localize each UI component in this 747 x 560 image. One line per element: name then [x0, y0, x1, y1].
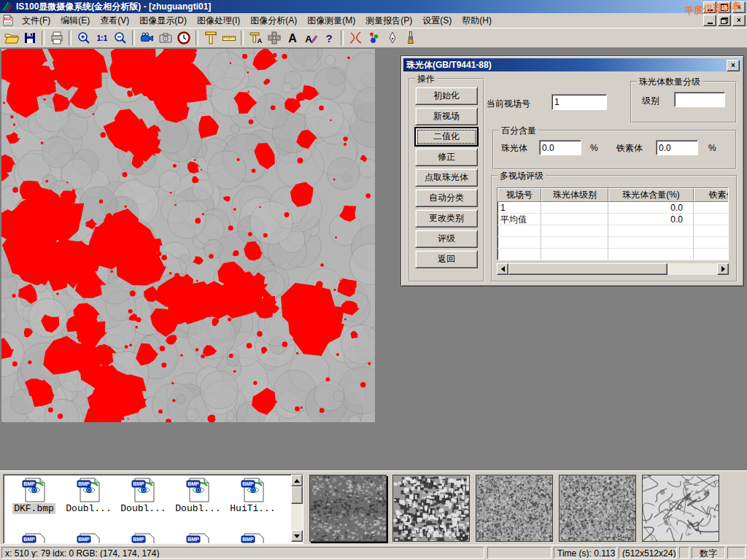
grade-input[interactable] — [674, 92, 725, 107]
file-name[interactable]: DKF.bmp — [12, 503, 55, 514]
scroll-left-button[interactable] — [497, 263, 508, 275]
svg-text:BMP: BMP — [133, 481, 144, 486]
table-horizontal-scrollbar[interactable] — [497, 263, 729, 275]
ferrite-percent-input[interactable] — [656, 140, 698, 155]
menu-item-settings[interactable]: 设置(S) — [417, 13, 457, 28]
file-name[interactable]: HuiTi... — [228, 503, 276, 514]
capture-button[interactable] — [156, 29, 174, 47]
close-button[interactable]: × — [732, 1, 746, 13]
current-field-input[interactable] — [551, 94, 607, 110]
menu-item-help[interactable]: 帮助(H) — [457, 13, 497, 28]
help-button[interactable]: ? — [320, 29, 338, 47]
op-binarize-button[interactable]: 二值化 — [415, 128, 478, 146]
thumbnail-image-3[interactable] — [476, 475, 553, 542]
op-initialize-button[interactable]: 初始化 — [415, 87, 478, 105]
scrollbar-thumb[interactable] — [508, 263, 667, 275]
menu-item-edit[interactable]: 编辑(E) — [55, 13, 95, 28]
svg-text:BMP: BMP — [242, 537, 254, 542]
annotate-button[interactable]: A — [301, 29, 320, 47]
print-button[interactable] — [47, 29, 66, 47]
timer-button[interactable] — [174, 29, 193, 47]
dialog-title-bar[interactable]: 珠光体(GB/T9441-88) × — [403, 58, 741, 71]
status-coordinates: x: 510 y: 79 idx: 0 RGB: (174, 174, 174) — [1, 547, 484, 559]
op-return-button[interactable]: 返回 — [415, 250, 478, 268]
title-bar: IS100显微摄像系统(金相分析版) - [zhuguangti01] × — [0, 0, 747, 13]
menu-item-file[interactable]: 文件(F) — [17, 13, 55, 28]
file-list-scrollbar[interactable] — [291, 475, 303, 542]
scroll-up-button[interactable] — [291, 475, 303, 486]
menu-item-image-processing[interactable]: 图像处理(I) — [192, 13, 245, 28]
table-row: 平均值 0.0 — [498, 214, 729, 225]
zoom-out-button[interactable] — [111, 29, 129, 47]
file-item[interactable]: BMP — [171, 533, 225, 544]
file-item[interactable]: BMP Doubl... — [171, 478, 225, 514]
pearlite-percent-sign: % — [590, 143, 598, 153]
op-pick-pearlite-button[interactable]: 点取珠光体 — [415, 168, 478, 187]
file-item[interactable]: BMP — [225, 533, 280, 544]
picker-button[interactable] — [383, 29, 401, 47]
svg-text:1:1: 1:1 — [96, 34, 107, 42]
ruler-button[interactable] — [220, 29, 238, 47]
menu-item-image-display[interactable]: 图像显示(D) — [134, 13, 192, 28]
menu-item-image-analysis[interactable]: 图像分析(A) — [245, 13, 302, 28]
dialog-close-button[interactable]: × — [727, 60, 740, 71]
metallographic-image[interactable] — [1, 49, 375, 422]
child-minimize-button[interactable] — [703, 15, 716, 26]
file-item[interactable]: BMP — [116, 533, 171, 544]
file-item[interactable]: BMP — [61, 533, 116, 544]
file-name[interactable]: Doubl... — [64, 503, 112, 514]
caliper-button[interactable] — [201, 29, 220, 47]
minimize-button[interactable] — [703, 1, 716, 13]
scrollbar-thumb[interactable] — [291, 486, 303, 504]
file-list: BMP DKF.bmp BMP Doubl... BMP Doubl... BM… — [3, 474, 303, 544]
svg-text:BMP: BMP — [187, 537, 199, 542]
measure-text-button[interactable]: A — [247, 29, 265, 47]
file-item[interactable]: BMP DKF.bmp — [7, 478, 61, 514]
cell-ferrite-content — [694, 214, 729, 225]
file-item[interactable]: BMP — [7, 533, 61, 544]
cell-grade — [541, 202, 608, 214]
application-window: IS100显微摄像系统(金相分析版) - [zhuguangti01] × 平度… — [0, 0, 747, 560]
video-camera-button[interactable] — [138, 29, 156, 47]
file-item[interactable]: BMP HuiTi... — [225, 478, 280, 514]
brush-button[interactable] — [401, 29, 419, 47]
scroll-down-button[interactable] — [291, 530, 303, 542]
open-button[interactable] — [2, 29, 20, 47]
thumbnail-image-1[interactable] — [309, 475, 387, 542]
menu-item-image-measure[interactable]: 图像测量(M) — [302, 13, 360, 28]
op-auto-classify-button[interactable]: 自动分类 — [415, 189, 478, 207]
file-item[interactable]: BMP Doubl... — [61, 478, 116, 514]
child-restore-button[interactable] — [718, 15, 731, 26]
particle-classify-button[interactable] — [365, 29, 383, 47]
maximize-button[interactable] — [718, 1, 731, 13]
op-correct-button[interactable]: 修正 — [415, 148, 478, 166]
grade-label: 级别 — [642, 95, 659, 107]
thumbnail-image-2[interactable] — [392, 475, 470, 542]
child-close-button[interactable]: × — [732, 15, 746, 26]
file-name[interactable]: Doubl... — [119, 503, 167, 514]
toolbar-separator — [132, 31, 135, 45]
merge-button[interactable] — [265, 29, 283, 47]
save-button[interactable] — [20, 29, 39, 47]
table-header-row: 视场号 珠光体级别 珠光体含量(%) 铁素体含量(%) — [498, 188, 729, 202]
cell-field-no: 1 — [498, 202, 541, 214]
file-name[interactable]: Doubl... — [174, 503, 222, 514]
zoom-in-button[interactable] — [74, 29, 93, 47]
menu-item-view[interactable]: 查看(V) — [95, 13, 134, 28]
window-title: IS100显微摄像系统(金相分析版) - [zhuguangti01] — [16, 1, 211, 13]
op-rate-button[interactable]: 评级 — [415, 230, 478, 248]
thumbnail-image-5[interactable] — [642, 475, 719, 542]
menu-item-measure-report[interactable]: 测量报告(P) — [360, 13, 417, 28]
file-item[interactable]: BMP Doubl... — [116, 478, 171, 514]
text-button[interactable]: A — [283, 29, 301, 47]
pearlite-percent-input[interactable] — [539, 140, 581, 155]
thumbnail-image-4[interactable] — [559, 475, 636, 542]
svg-text:A: A — [288, 32, 297, 44]
document-icon[interactable]: DOC — [2, 15, 14, 26]
curve-tool-button[interactable] — [347, 29, 365, 47]
toolbar-separator — [341, 31, 344, 45]
actual-size-button[interactable]: 1:1 — [93, 29, 111, 47]
scroll-right-button[interactable] — [717, 263, 729, 275]
op-change-class-button[interactable]: 更改类别 — [415, 209, 478, 228]
op-new-field-button[interactable]: 新视场 — [415, 107, 478, 125]
